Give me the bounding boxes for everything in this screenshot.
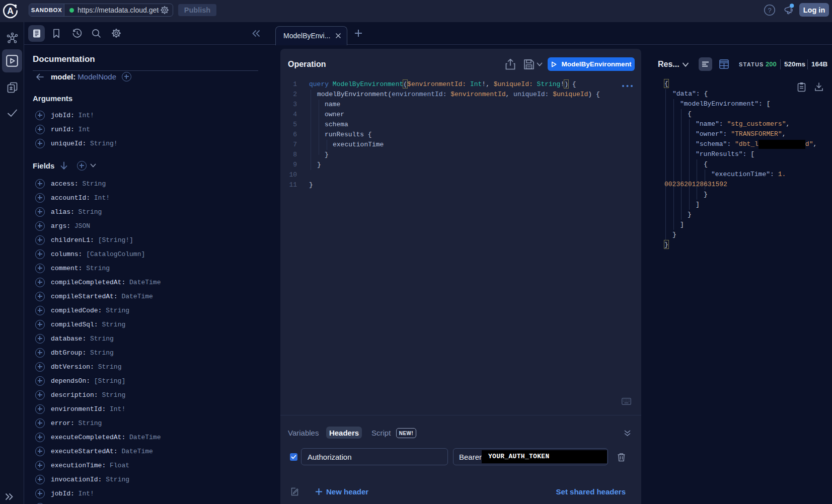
- svg-text:A: A: [7, 6, 14, 16]
- svg-text:?: ?: [768, 7, 771, 14]
